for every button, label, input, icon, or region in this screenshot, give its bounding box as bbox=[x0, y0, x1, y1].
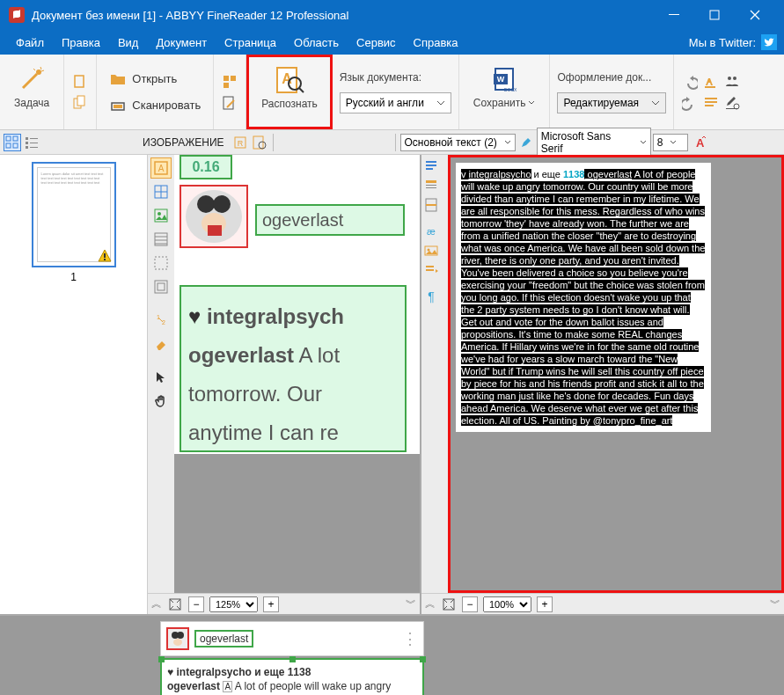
minimize-button[interactable] bbox=[654, 0, 694, 30]
eraser-tool[interactable] bbox=[150, 333, 172, 355]
fit-icon[interactable] bbox=[441, 596, 457, 612]
highlight-icon[interactable] bbox=[702, 73, 720, 91]
image-area-tool[interactable] bbox=[150, 205, 172, 226]
svg-rect-0 bbox=[669, 14, 679, 15]
brush-icon[interactable] bbox=[517, 134, 535, 151]
svg-rect-31 bbox=[30, 138, 38, 139]
twitter-icon[interactable] bbox=[761, 34, 777, 50]
text-tools-vertical: æ ¶ bbox=[421, 155, 448, 593]
menu-help[interactable]: Справка bbox=[405, 33, 467, 52]
design-select[interactable]: Редактируемая bbox=[557, 92, 666, 113]
pointer-tool[interactable] bbox=[150, 367, 172, 388]
language-select[interactable]: Русский и англи bbox=[340, 92, 451, 113]
recognize-button[interactable]: A Распознать bbox=[254, 61, 325, 113]
collapse-up-icon[interactable]: ︽ bbox=[151, 596, 162, 611]
ribbon: Задача Открыть Сканировать A Распознать … bbox=[0, 55, 784, 130]
new-page-icon[interactable] bbox=[71, 73, 89, 91]
menu-document[interactable]: Документ bbox=[147, 33, 216, 52]
ae-icon[interactable]: æ bbox=[422, 223, 440, 240]
background-area-tool[interactable] bbox=[150, 229, 172, 250]
image-panel: A 12 0.16 bbox=[148, 155, 421, 614]
font-select[interactable]: Microsoft Sans Serif bbox=[537, 128, 651, 157]
barcode-area-tool[interactable] bbox=[150, 252, 172, 274]
text-canvas[interactable]: v integralpsycho и еще 1138 ogeverlast A… bbox=[448, 155, 784, 593]
find-people-icon[interactable] bbox=[723, 73, 741, 91]
svg-rect-53 bbox=[158, 283, 165, 290]
svg-point-2 bbox=[36, 70, 41, 75]
zoom-in-button[interactable]: + bbox=[537, 596, 553, 612]
page-number: 1 bbox=[70, 271, 77, 283]
svg-rect-38 bbox=[253, 136, 263, 149]
image-zoom-select[interactable]: 125% bbox=[209, 596, 258, 612]
pilcrow-icon[interactable]: ¶ bbox=[422, 288, 440, 305]
table-area-tool[interactable] bbox=[150, 181, 172, 202]
expand-right-icon[interactable]: ︾ bbox=[406, 596, 416, 611]
menu-view[interactable]: Вид bbox=[109, 33, 148, 52]
svg-rect-28 bbox=[6, 143, 11, 148]
header-icon[interactable] bbox=[422, 177, 440, 194]
recognition-area-tool[interactable] bbox=[150, 276, 172, 297]
svg-rect-60 bbox=[208, 225, 222, 236]
para-icon[interactable] bbox=[422, 157, 440, 175]
order-tool[interactable]: 12 bbox=[150, 310, 172, 331]
svg-rect-1 bbox=[710, 11, 719, 19]
image-insert-icon[interactable] bbox=[422, 242, 440, 260]
zoom-out-button[interactable]: − bbox=[462, 596, 478, 612]
menu-area[interactable]: Область bbox=[285, 33, 348, 52]
font-grow-icon[interactable]: A bbox=[690, 134, 707, 151]
svg-rect-35 bbox=[30, 147, 38, 148]
menu-edit[interactable]: Правка bbox=[53, 33, 109, 52]
fit-icon[interactable] bbox=[167, 596, 183, 612]
options-icon[interactable] bbox=[723, 94, 741, 112]
thumbnails-view-icon[interactable] bbox=[4, 134, 21, 151]
menu-page[interactable]: Страница bbox=[216, 33, 285, 52]
undo-button[interactable] bbox=[681, 73, 699, 91]
zoom-out-button[interactable]: − bbox=[188, 596, 204, 612]
next-para-icon[interactable] bbox=[422, 261, 440, 279]
image-canvas[interactable]: 0.16 ogeverlast ♥ integralpsych ogeverla… bbox=[174, 155, 420, 593]
more-icon[interactable]: ⋮ bbox=[402, 629, 418, 648]
language-label: Язык документа: bbox=[340, 71, 451, 84]
redo-button[interactable] bbox=[681, 94, 699, 112]
bottom-canvas[interactable]: ogeverlast ⋮ ♥ integralpsycho и еще 1138… bbox=[0, 616, 784, 695]
task-button[interactable]: Задача bbox=[7, 60, 56, 113]
username-box: ogeverlast bbox=[255, 204, 405, 236]
text-area-tool[interactable]: A bbox=[150, 157, 172, 179]
svg-rect-3 bbox=[75, 76, 84, 87]
read-area-icon[interactable]: R bbox=[231, 134, 249, 151]
scan-button[interactable]: Сканировать bbox=[104, 94, 206, 117]
maximize-button[interactable] bbox=[694, 0, 735, 30]
open-button[interactable]: Открыть bbox=[104, 68, 206, 91]
menubar: Файл Правка Вид Документ Страница Област… bbox=[0, 30, 784, 55]
font-size-select[interactable]: 8 bbox=[653, 134, 688, 151]
save-button[interactable]: WDOCX Сохранить bbox=[466, 60, 543, 113]
text-zoom-select[interactable]: 100% bbox=[483, 596, 531, 612]
text-format-icon[interactable] bbox=[702, 94, 720, 112]
edit-page-icon[interactable] bbox=[221, 94, 238, 112]
chevron-down-icon bbox=[651, 99, 660, 107]
new-pages-icon[interactable] bbox=[71, 94, 89, 112]
scanner-icon bbox=[109, 97, 127, 114]
menu-file[interactable]: Файл bbox=[7, 33, 53, 52]
expand-right-icon[interactable]: ︾ bbox=[770, 596, 780, 611]
chevron-down-icon bbox=[640, 139, 647, 146]
zoom-in-button[interactable]: + bbox=[263, 596, 279, 612]
avatar-box bbox=[180, 185, 248, 248]
svg-point-57 bbox=[197, 195, 215, 213]
svg-rect-34 bbox=[26, 146, 28, 149]
analyze-icon[interactable] bbox=[251, 134, 268, 151]
chevron-down-icon bbox=[528, 99, 535, 106]
pages-stack-icon[interactable] bbox=[221, 73, 238, 91]
list-view-icon[interactable] bbox=[23, 134, 40, 151]
text-panel: æ ¶ v integralpsycho и еще 1138 ogeverla… bbox=[421, 155, 784, 614]
close-button[interactable] bbox=[735, 0, 775, 30]
image-zoom-bar: ︽ − 125% + ︾ bbox=[148, 593, 420, 614]
page-thumbnail[interactable]: Lorem ipsum dolor sit amet text text tex… bbox=[32, 162, 116, 267]
page-line-icon[interactable] bbox=[422, 196, 440, 214]
text-style-select[interactable]: Основной текст (2) bbox=[400, 134, 516, 151]
hand-tool[interactable] bbox=[150, 391, 172, 412]
collapse-up-icon[interactable]: ︽ bbox=[425, 596, 436, 611]
word-icon: WDOCX bbox=[488, 63, 520, 95]
svg-text:¶: ¶ bbox=[428, 289, 435, 304]
menu-service[interactable]: Сервис bbox=[348, 33, 405, 52]
